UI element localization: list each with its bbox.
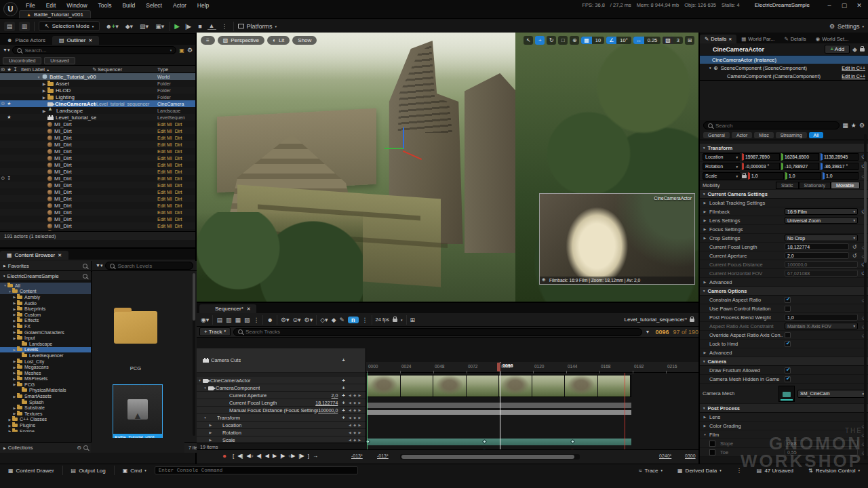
- row-type[interactable]: Edit MI_Dirt: [157, 217, 195, 222]
- section-camera-options[interactable]: ▾Camera Options: [700, 287, 868, 296]
- folder-tree-item[interactable]: ▶ Effects: [0, 318, 91, 324]
- location-z-field[interactable]: 1138,28945: [821, 153, 859, 161]
- outliner-row[interactable]: CineCameraActor Level_tutorial_sequencer…: [0, 100, 195, 107]
- preview-pin-icon[interactable]: ⊕: [542, 277, 546, 283]
- render-movie-icon[interactable]: ▦: [235, 317, 241, 323]
- outliner-row[interactable]: Level_tutorial_sequence LevelSequen: [0, 114, 195, 121]
- save-icon[interactable]: ▤: [4, 22, 15, 31]
- tab-world-partition[interactable]: ▦World Par...: [736, 35, 779, 43]
- lock-icon[interactable]: [690, 319, 694, 322]
- sequencer-track-row[interactable]: ▾ CameraComponent +: [197, 384, 366, 392]
- camera-preview[interactable]: CineCameraActor Filmback: 16:9 Film | Zo…: [539, 193, 695, 285]
- frame-skip-icon[interactable]: |▶: [184, 23, 193, 30]
- timeline-ruler[interactable]: [366, 362, 698, 373]
- tab-details-2[interactable]: ✎Details: [779, 35, 810, 43]
- rotation-y-field[interactable]: -10,788927: [781, 163, 819, 170]
- outliner-row[interactable]: MI_Dirt Edit MI_Dirt: [0, 148, 195, 155]
- lock-hmd-checkbox[interactable]: [785, 341, 791, 347]
- blueprint-convert-icon[interactable]: ◆: [852, 46, 857, 53]
- source-control-icon[interactable]: ▥: [19, 22, 30, 31]
- insights-kebab-icon[interactable]: ⋮: [732, 468, 746, 474]
- keyframe-nav-icons[interactable]: [349, 393, 363, 397]
- perspective-dropdown[interactable]: ▧Perspective: [218, 36, 264, 45]
- uncontrolled-button[interactable]: Uncontrolled: [3, 57, 41, 64]
- sequence-name[interactable]: Level_tutorial_sequencer*: [624, 317, 694, 323]
- caret-icon[interactable]: ▶: [12, 336, 17, 340]
- row-type[interactable]: Edit MI_Dirt: [157, 183, 195, 188]
- row-type[interactable]: Edit MI_Dirt: [157, 169, 195, 174]
- rotation-x-field[interactable]: -0,000003 °: [742, 163, 780, 170]
- column-type[interactable]: Type: [157, 66, 195, 73]
- tab-details[interactable]: ✎Details✕: [700, 35, 736, 43]
- browse-icon[interactable]: ▥: [226, 317, 232, 323]
- edit-in-cpp-link[interactable]: Edit in C++: [842, 66, 865, 70]
- scale-y-field[interactable]: 1,0: [785, 172, 821, 180]
- lens-dropdown[interactable]: Universal Zoom▾: [785, 217, 858, 224]
- add-section-icon[interactable]: +: [342, 415, 345, 421]
- add-collection-icon[interactable]: ⊙: [77, 445, 81, 451]
- section-current-camera-settings[interactable]: ▾Current Camera Settings: [700, 190, 868, 199]
- expand-caret-icon[interactable]: ▶: [41, 108, 47, 113]
- row-eye-icon[interactable]: [0, 176, 6, 181]
- menu-item[interactable]: Tools: [93, 2, 117, 9]
- folder-tree-item[interactable]: ▶ Plugins: [0, 422, 91, 428]
- outliner-row[interactable]: MI_Dirt Edit MI_Dirt: [0, 141, 195, 148]
- folder-tree-item[interactable]: ▶ C++ Classes: [0, 417, 91, 423]
- axis-constraint-dropdown[interactable]: Maintain X-Axis FOV▾: [785, 323, 858, 329]
- stop-icon[interactable]: ■: [197, 23, 203, 30]
- outliner-row[interactable]: MI_Dirt Edit MI_Dirt: [0, 195, 195, 202]
- add-track-button[interactable]: + Track▾: [199, 327, 231, 336]
- caret-icon[interactable]: ▾: [7, 289, 12, 293]
- caret-icon[interactable]: ▶: [208, 423, 214, 427]
- sequencer-track-row[interactable]: ▾ Transform +: [197, 414, 366, 422]
- folder-tree-item[interactable]: ▶ SmartAssets: [0, 393, 91, 399]
- eye-icon[interactable]: ⊙: [0, 66, 6, 73]
- component-row-camera[interactable]: CameraComponent (CameraComponent) Edit i…: [700, 72, 868, 80]
- move-tool-icon[interactable]: +: [535, 36, 545, 45]
- add-section-icon[interactable]: +: [342, 392, 345, 399]
- row-type[interactable]: Landscape: [157, 108, 195, 113]
- sequencer-track-row[interactable]: ▶ Rotation: [197, 429, 366, 436]
- search-icon[interactable]: [83, 445, 88, 450]
- outliner-search-input[interactable]: Search... ▾: [12, 46, 176, 54]
- add-component-button[interactable]: + + AddAdd: [825, 45, 850, 54]
- sequencer-track-row[interactable]: ▶ Location: [197, 422, 366, 429]
- menu-item[interactable]: Window: [61, 2, 92, 9]
- playhead-handle[interactable]: [497, 363, 500, 371]
- row-type[interactable]: Edit MI_Dirt: [157, 224, 195, 228]
- tab-outliner[interactable]: ▤ Outliner ✕: [52, 36, 99, 45]
- draw-frustum-checkbox[interactable]: [785, 367, 791, 373]
- folder-tree-item[interactable]: Splash: [0, 399, 91, 405]
- outliner-row[interactable]: MI_Dirt Edit MI_Dirt: [0, 216, 195, 222]
- filter-funnel-icon[interactable]: ▼: [645, 329, 650, 334]
- row-type[interactable]: Folder: [157, 88, 195, 93]
- scale-snap-control[interactable]: ↔0.25: [633, 37, 661, 44]
- caret-icon[interactable]: ▶: [12, 382, 17, 386]
- row-type[interactable]: Edit MI_Dirt: [157, 149, 195, 154]
- view-start-field[interactable]: -013*: [377, 453, 389, 458]
- output-log-button[interactable]: ▤Output Log: [67, 468, 110, 474]
- close-icon[interactable]: ✕: [58, 253, 62, 258]
- caret-icon[interactable]: ▶: [12, 411, 17, 415]
- tab-sequencer[interactable]: Sequencer* ✕: [199, 304, 256, 313]
- component-row-scene[interactable]: ▾ ⊕ SceneComponent (SceneComponent) Edit…: [700, 64, 868, 72]
- folder-tree-item[interactable]: ▶ PCG: [0, 382, 91, 388]
- gizmo-x-axis[interactable]: [403, 150, 422, 160]
- caret-icon[interactable]: ▶: [12, 394, 17, 399]
- menu-item[interactable]: File: [20, 2, 41, 9]
- expand-caret-icon[interactable]: ▶: [41, 95, 47, 100]
- asset-search-input[interactable]: Search Levels: [105, 262, 193, 270]
- keyframe-nav-icons[interactable]: [349, 423, 363, 427]
- range-end-field[interactable]: 0300: [685, 453, 696, 458]
- outliner-row[interactable]: ▶ HLOD Folder: [0, 87, 195, 94]
- chevron-down-icon[interactable]: ▾: [401, 318, 403, 322]
- outliner-row[interactable]: MI_Dirt Edit MI_Dirt: [0, 175, 195, 182]
- folder-tree-item[interactable]: ▶ Audio: [0, 300, 91, 306]
- close-icon[interactable]: ✕: [88, 38, 92, 43]
- row-type[interactable]: Edit MI_Dirt: [157, 122, 195, 127]
- caret-icon[interactable]: ▶: [7, 418, 12, 422]
- lock-icon[interactable]: [393, 319, 397, 322]
- row-type[interactable]: Edit MI_Dirt: [157, 136, 195, 140]
- caret-icon[interactable]: ▶: [12, 406, 17, 410]
- add-section-icon[interactable]: +: [342, 357, 345, 363]
